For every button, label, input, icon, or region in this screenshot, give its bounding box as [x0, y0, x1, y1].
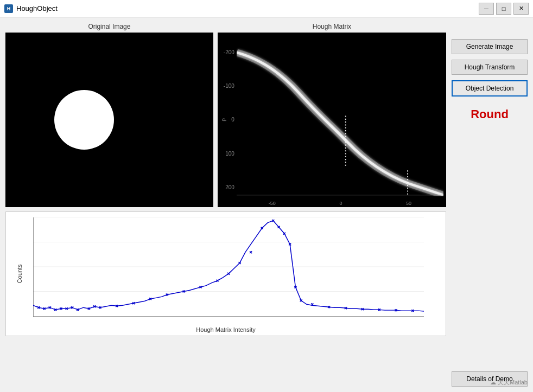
chart-section: Counts Hough Matrix Intensity 800 600 40… [5, 211, 446, 336]
original-image-section: Original Image [5, 23, 213, 207]
hough-matrix-canvas: ρ -200 -100 0 100 200 [218, 33, 446, 207]
minimize-button[interactable]: ─ [479, 3, 494, 15]
x-label-0: 0 [339, 201, 342, 206]
axis-label-200: 200 [218, 184, 237, 190]
result-label: Round [452, 107, 528, 121]
maximize-button[interactable]: □ [496, 3, 511, 15]
object-detection-button[interactable]: Object Detection [452, 80, 528, 97]
title-bar-left: H HoughObject [4, 4, 58, 13]
axis-label-100: 100 [218, 151, 237, 157]
generate-image-button[interactable]: Generate Image [452, 39, 528, 54]
hough-matrix-title: Hough Matrix [313, 23, 351, 30]
original-image-canvas [5, 33, 213, 207]
close-button[interactable]: ✕ [513, 3, 529, 15]
left-panel: Original Image Hough Matrix ρ -200 -100 [5, 23, 446, 387]
title-bar: H HoughObject ─ □ ✕ [0, 0, 533, 17]
circle-image [5, 33, 213, 207]
chart-svg: 800 600 400 200 0 0 10 20 30 40 50 60 70 [33, 217, 424, 317]
app-icon: H [4, 4, 13, 13]
hough-y-axis: -200 -100 0 100 200 [218, 33, 237, 207]
axis-label-0: 0 [218, 117, 237, 123]
original-image-title: Original Image [88, 23, 130, 30]
x-label-50: 50 [406, 201, 411, 206]
hough-transform-button[interactable]: Hough Transform [452, 60, 528, 75]
main-container: Original Image Hough Matrix ρ -200 -100 [0, 17, 533, 392]
white-circle [54, 90, 114, 150]
right-panel: Generate Image Hough Transform Object De… [452, 23, 528, 387]
chart-y-label: Counts [16, 265, 23, 284]
watermark: ☁ 天天Matlab [490, 378, 528, 387]
chart-x-label: Hough Matrix Intensity [196, 326, 255, 333]
hough-matrix-section: Hough Matrix ρ -200 -100 0 100 200 [218, 23, 446, 207]
hough-curve-svg [237, 35, 443, 196]
axis-label-m100: -100 [218, 83, 237, 89]
hough-plot-area [237, 35, 443, 196]
axis-label-m200: -200 [218, 49, 237, 55]
x-label-m50: -50 [269, 201, 276, 206]
top-row: Original Image Hough Matrix ρ -200 -100 [5, 23, 446, 207]
window-title: HoughObject [16, 4, 58, 12]
window-controls: ─ □ ✕ [479, 3, 529, 15]
hough-x-axis: -50 0 50 [237, 201, 443, 206]
